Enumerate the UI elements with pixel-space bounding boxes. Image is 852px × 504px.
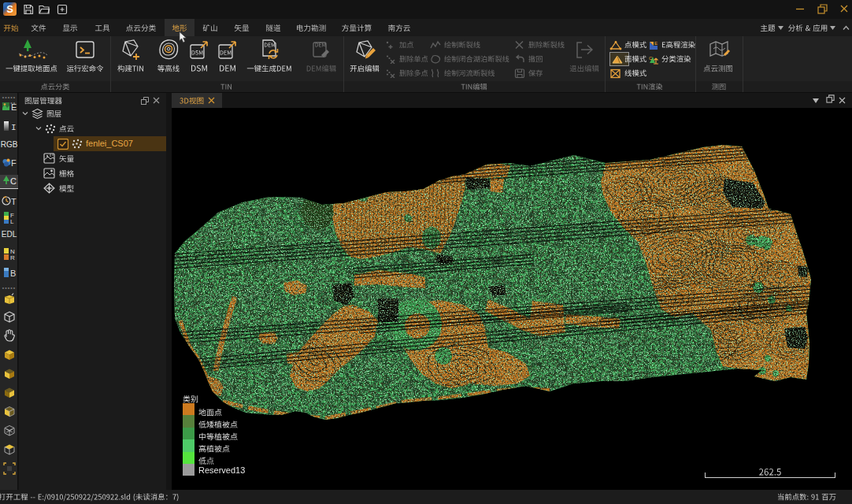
svg-text:R: R (10, 254, 15, 261)
svg-text:F: F (11, 158, 17, 168)
svg-text:C: C (649, 56, 653, 61)
svg-text:B: B (10, 269, 16, 278)
svg-text:C: C (10, 176, 17, 186)
svg-text:I: I (11, 123, 17, 132)
svg-text:E: E (11, 102, 17, 112)
svg-text:T: T (11, 197, 17, 206)
svg-text:L: L (10, 218, 14, 224)
svg-text:E: E (654, 41, 658, 46)
